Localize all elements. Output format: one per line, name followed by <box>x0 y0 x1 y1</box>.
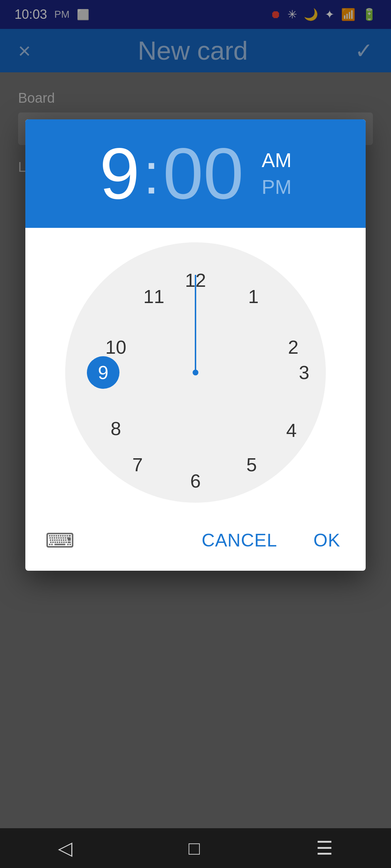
clock-number-10[interactable]: 10 <box>100 331 132 363</box>
clock-hand <box>195 275 196 373</box>
time-picker-dialog: 9 : 00 AM PM 12 1 <box>25 119 366 571</box>
home-button[interactable]: □ <box>189 837 200 859</box>
action-buttons: CANCEL OK <box>194 524 348 556</box>
cancel-button[interactable]: CANCEL <box>194 524 285 556</box>
menu-button[interactable]: ☰ <box>316 837 333 859</box>
clock-face[interactable]: 12 1 2 3 4 5 6 7 8 9 10 <box>65 242 326 503</box>
clock-center-dot <box>193 370 198 375</box>
dialog-overlay: 9 : 00 AM PM 12 1 <box>0 0 391 868</box>
pm-button[interactable]: PM <box>262 175 292 199</box>
ampm-selector: AM PM <box>262 149 292 199</box>
keyboard-icon: ⌨ <box>45 529 75 552</box>
minutes-display[interactable]: 00 <box>163 137 243 210</box>
back-button[interactable]: ◁ <box>58 837 72 859</box>
ok-button[interactable]: OK <box>306 524 348 556</box>
bottom-nav: ◁ □ ☰ <box>0 828 391 868</box>
am-button[interactable]: AM <box>262 149 292 172</box>
clock-number-8[interactable]: 8 <box>100 412 132 445</box>
time-picker-header: 9 : 00 AM PM <box>25 119 366 228</box>
clock-number-5[interactable]: 5 <box>235 448 268 481</box>
clock-number-6[interactable]: 6 <box>179 465 212 497</box>
clock-number-4[interactable]: 4 <box>275 414 308 447</box>
clock-number-7[interactable]: 7 <box>121 448 154 481</box>
clock-number-3[interactable]: 3 <box>288 356 320 389</box>
clock-container: 12 1 2 3 4 5 6 7 8 9 10 <box>25 228 366 517</box>
hour-display[interactable]: 9 <box>100 137 140 210</box>
clock-number-1[interactable]: 1 <box>237 280 270 313</box>
time-colon: : <box>140 145 163 203</box>
time-display-area: 9 : 00 <box>100 137 244 210</box>
dialog-actions: ⌨ CANCEL OK <box>25 517 366 571</box>
keyboard-button[interactable]: ⌨ <box>43 526 76 555</box>
clock-number-11[interactable]: 11 <box>138 280 170 313</box>
